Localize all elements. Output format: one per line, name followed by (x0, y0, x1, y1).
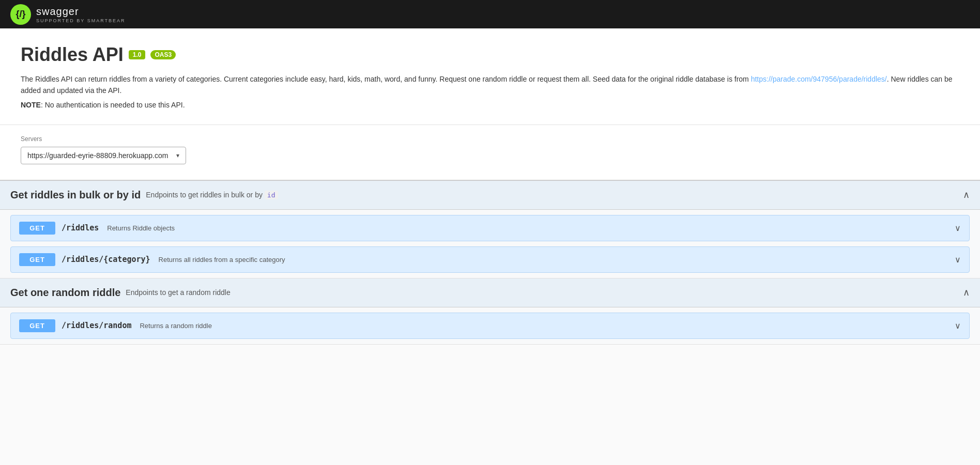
top-bar: {/} swagger Supported by SMARTBEAR (0, 0, 980, 28)
collapse-icon-random: ∧ (963, 287, 970, 298)
group-desc-random: Endpoints to get a random riddle (126, 288, 230, 297)
api-note: NOTE: No authentication is needed to use… (21, 101, 959, 109)
endpoint-path-riddles-random: /riddles/random (62, 321, 131, 330)
endpoint-chevron-riddles: ∨ (955, 223, 961, 233)
note-label: NOTE (21, 101, 41, 109)
servers-label: Servers (21, 135, 959, 143)
endpoint-chevron-riddles-category: ∨ (955, 255, 961, 265)
group-header-left-random: Get one random riddle Endpoints to get a… (10, 287, 231, 299)
swagger-name: swagger (36, 6, 79, 17)
endpoint-path-riddles-category: /riddles/{category} (62, 255, 150, 264)
endpoint-left-riddles-category: GET /riddles/{category} Returns all ridd… (19, 253, 285, 266)
api-description: The Riddles API can return riddles from … (21, 73, 959, 97)
endpoint-left-riddles-random: GET /riddles/random Returns a random rid… (19, 319, 212, 332)
group-title-random: Get one random riddle (10, 287, 120, 299)
note-text: : No authentication is needed to use thi… (41, 101, 185, 109)
group-title-bulk: Get riddles in bulk or by id (10, 189, 141, 201)
endpoint-group-random: Get one random riddle Endpoints to get a… (0, 278, 980, 345)
endpoint-list-random: GET /riddles/random Returns a random rid… (0, 307, 980, 345)
swagger-brand: swagger Supported by SMARTBEAR (36, 6, 126, 23)
group-desc-text-random: Endpoints to get a random riddle (126, 288, 230, 297)
oas-badge: OAS3 (150, 50, 176, 59)
method-badge-riddles-random: GET (19, 319, 55, 332)
api-description-part1: The Riddles API can return riddles from … (21, 75, 751, 83)
method-badge-riddles: GET (19, 222, 55, 235)
api-description-link[interactable]: https://parade.com/947956/parade/riddles… (751, 75, 887, 83)
endpoint-item-riddles-category[interactable]: GET /riddles/{category} Returns all ridd… (10, 246, 970, 273)
endpoint-groups: Get riddles in bulk or by id Endpoints t… (0, 181, 980, 345)
method-badge-riddles-category: GET (19, 253, 55, 266)
group-header-random[interactable]: Get one random riddle Endpoints to get a… (0, 278, 980, 307)
endpoint-summary-riddles: Returns Riddle objects (107, 224, 175, 232)
endpoint-summary-riddles-random: Returns a random riddle (140, 322, 211, 330)
server-select[interactable]: https://guarded-eyrie-88809.herokuapp.co… (21, 147, 186, 164)
chevron-down-icon: ▾ (176, 152, 179, 159)
swagger-icon: {/} (10, 4, 31, 25)
group-header-bulk[interactable]: Get riddles in bulk or by id Endpoints t… (0, 181, 980, 210)
api-title: Riddles API (21, 44, 124, 66)
servers-section: Servers https://guarded-eyrie-88809.hero… (0, 125, 980, 181)
group-header-left-bulk: Get riddles in bulk or by id Endpoints t… (10, 189, 278, 201)
group-desc-text-bulk: Endpoints to get riddles in bulk or by (146, 191, 265, 199)
swagger-supported-by: Supported by SMARTBEAR (36, 18, 126, 23)
api-header: Riddles API 1.0 OAS3 The Riddles API can… (0, 28, 980, 125)
endpoint-group-bulk: Get riddles in bulk or by id Endpoints t… (0, 181, 980, 278)
endpoint-chevron-riddles-random: ∨ (955, 321, 961, 331)
api-title-row: Riddles API 1.0 OAS3 (21, 44, 959, 66)
endpoint-item-riddles[interactable]: GET /riddles Returns Riddle objects ∨ (10, 215, 970, 241)
group-desc-code-bulk: id (265, 191, 278, 199)
endpoint-list-bulk: GET /riddles Returns Riddle objects ∨ GE… (0, 210, 980, 278)
group-desc-bulk: Endpoints to get riddles in bulk or by i… (146, 191, 278, 199)
swagger-logo: {/} swagger Supported by SMARTBEAR (10, 4, 126, 25)
endpoint-item-riddles-random[interactable]: GET /riddles/random Returns a random rid… (10, 313, 970, 339)
endpoint-summary-riddles-category: Returns all riddles from a specific cate… (159, 256, 285, 264)
version-badge: 1.0 (129, 50, 146, 59)
endpoint-left-riddles: GET /riddles Returns Riddle objects (19, 222, 175, 235)
collapse-icon-bulk: ∧ (963, 189, 970, 200)
server-select-value: https://guarded-eyrie-88809.herokuapp.co… (27, 151, 168, 160)
endpoint-path-riddles: /riddles (62, 223, 99, 233)
